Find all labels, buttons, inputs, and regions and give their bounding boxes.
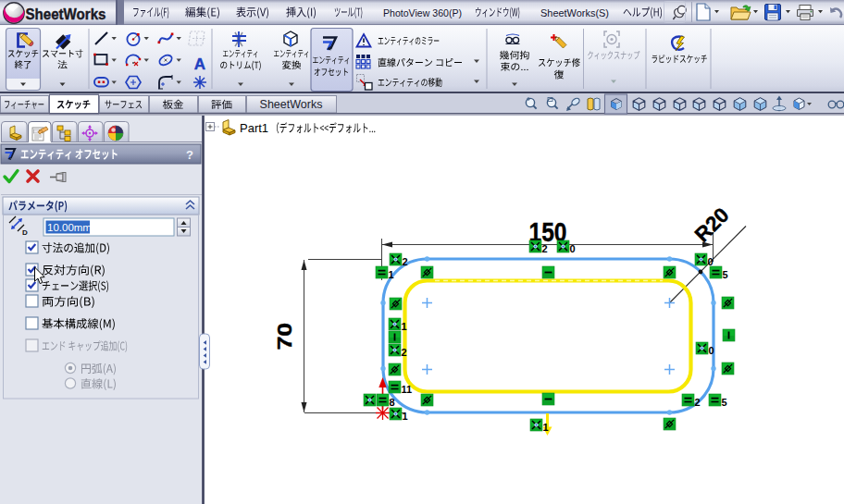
svg-text:2: 2: [402, 347, 407, 358]
svg-text:PhotoView 360(P): PhotoView 360(P): [383, 6, 462, 19]
svg-text:11: 11: [402, 384, 413, 395]
svg-text:0: 0: [570, 243, 576, 254]
svg-text:1: 1: [543, 422, 549, 433]
svg-text:D: D: [22, 228, 28, 237]
svg-text:5: 5: [723, 269, 728, 280]
svg-text:0: 0: [709, 345, 714, 356]
svg-text:2: 2: [403, 256, 408, 267]
svg-text:Part1: Part1: [240, 121, 268, 135]
svg-text:SheetWorks(S): SheetWorks(S): [540, 6, 609, 19]
svg-text:A: A: [194, 55, 205, 73]
svg-text:1: 1: [402, 321, 407, 332]
svg-text:2: 2: [695, 397, 701, 408]
svg-text:?: ?: [186, 148, 193, 162]
svg-text:SheetWorks: SheetWorks: [260, 98, 323, 111]
svg-text:0: 0: [708, 256, 714, 267]
svg-text:5: 5: [722, 397, 727, 408]
svg-text:70: 70: [273, 323, 295, 350]
svg-text:SheetWorks: SheetWorks: [26, 6, 106, 22]
svg-text:1: 1: [403, 411, 408, 422]
svg-text:10.00mm: 10.00mm: [47, 222, 92, 233]
svg-text:2: 2: [542, 243, 548, 254]
svg-text:8: 8: [390, 397, 395, 408]
svg-text:1: 1: [389, 269, 394, 280]
